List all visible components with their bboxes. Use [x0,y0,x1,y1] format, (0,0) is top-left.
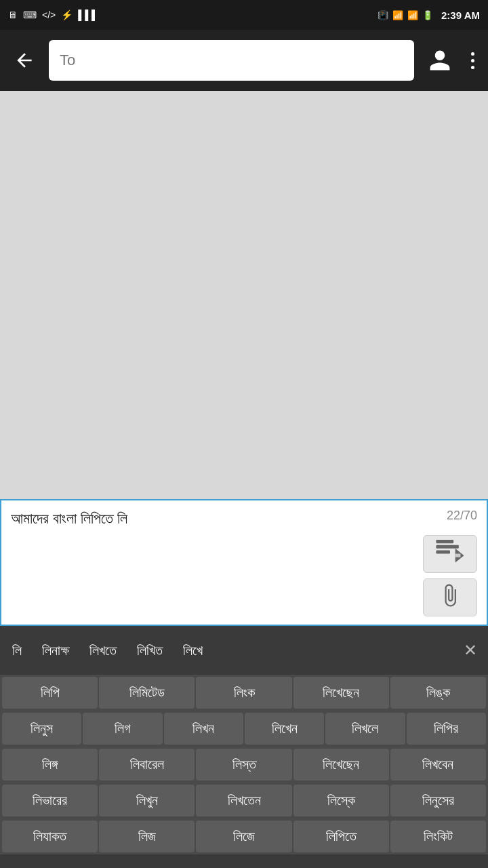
compose-top-row: আমাদের বাংলা লিপিতে লি 22/70 [11,509,477,530]
key-likhun[interactable]: লিখুন [99,785,195,816]
keyboard-row-1: লিপি লিমিটেড লিংক লিখেছেন লিঙ্ক [0,675,488,711]
back-button[interactable] [8,44,41,77]
dismiss-suggestions-button[interactable]: ✕ [455,635,485,665]
keyboard-row-3: লিঙ্গ লিবারেল লিস্ত লিখেছেন লিখবেন [0,747,488,783]
compose-buttons [11,535,477,616]
message-text[interactable]: আমাদের বাংলা লিপিতে লি [11,509,439,530]
key-lij[interactable]: লিজ [99,821,195,852]
char-count: 22/70 [447,509,477,523]
top-bar [0,30,488,91]
bottom-space [0,854,488,868]
status-bar: 🖥 ⌨ </> ⚡ ▌▌▌ 📳 📶 📶 🔋 2:39 AM [0,0,488,30]
suggestion-1[interactable]: লিনাক্ষ [33,637,79,664]
network-icon: 📶 [407,10,418,20]
key-likhaben[interactable]: লিখবেন [390,749,486,781]
key-lingk[interactable]: লিঙ্ক [390,677,486,709]
key-likhan[interactable]: লিখন [164,713,243,745]
compose-area: আমাদের বাংলা লিপিতে লি 22/70 [0,499,488,626]
more-options-button[interactable] [466,47,480,75]
svg-rect-2 [436,550,450,553]
screen-icon: 🖥 [8,9,18,20]
battery-icon: 🔋 [422,10,433,20]
suggestion-2[interactable]: লিখতে [80,637,126,664]
attach-button[interactable] [423,578,477,616]
key-lipite[interactable]: লিপিতে [293,821,389,852]
svg-rect-1 [436,545,458,548]
keyboard-area: লিপি লিমিটেড লিংক লিখেছেন লিঙ্ক লিনুস লি… [0,675,488,854]
status-time: 2:39 AM [441,9,480,21]
key-limited[interactable]: লিমিটেড [99,677,195,709]
key-link[interactable]: লিংক [196,677,291,709]
key-linkkit[interactable]: লিংকিট [390,821,486,852]
key-likhechhen[interactable]: লিখেছেন [293,677,389,709]
usb-icon: ⚡ [61,9,73,20]
suggestion-4[interactable]: লিখে [174,637,212,664]
keyboard-row-2: লিনুস লিগ লিখন লিখেন লিখলে লিপির [0,711,488,747]
key-likhaten[interactable]: লিখতেন [196,785,291,816]
key-lipi[interactable]: লিপি [2,677,98,709]
suggestion-3[interactable]: লিখিত [127,637,172,664]
suggestions-bar: লি লিনাক্ষ লিখতে লিখিত লিখে ✕ [0,626,488,675]
key-livarer[interactable]: লিভারের [2,785,98,816]
key-liberal[interactable]: লিবারেল [99,749,195,781]
svg-rect-4 [455,553,461,557]
key-list[interactable]: লিস্ত [196,749,291,781]
wifi-icon: 📶 [392,10,403,20]
send-button[interactable] [423,535,477,573]
keyboard-row-5: লিযাকত লিজ লিজে লিপিতে লিংকিট [0,818,488,854]
attach-icon [438,583,462,612]
key-likhen[interactable]: লিখেন [245,713,324,745]
main-content-area [0,91,488,499]
keyboard-row-4: লিভারের লিখুন লিখতেন লিস্কে লিনুসের [0,783,488,818]
key-linga[interactable]: লিঙ্গ [2,749,98,781]
keyboard-icon: ⌨ [23,9,37,20]
signal-vibrate-icon: 📳 [378,10,388,20]
key-likhechhen2[interactable]: লিখেছেন [293,749,389,781]
key-lije[interactable]: লিজে [196,821,291,852]
key-liyakat[interactable]: লিযাকত [2,821,98,852]
barcode-icon: ▌▌▌ [78,9,98,20]
key-lipir[interactable]: লিপির [407,713,486,745]
status-left-icons: 🖥 ⌨ </> ⚡ ▌▌▌ [8,9,98,20]
to-input-container[interactable] [49,40,414,81]
to-input[interactable] [60,52,403,69]
key-liske[interactable]: লিস্কে [293,785,389,816]
send-icon [435,540,465,569]
contact-icon-button[interactable] [422,43,458,78]
svg-rect-0 [436,540,453,543]
key-likhale[interactable]: লিখলে [325,713,405,745]
suggestion-0[interactable]: লি [3,637,31,664]
code-icon: </> [42,9,56,20]
key-lig[interactable]: লিগ [83,713,162,745]
key-linus[interactable]: লিনুস [2,713,81,745]
status-right-icons: 📳 📶 📶 🔋 2:39 AM [378,9,480,21]
key-linuser[interactable]: লিনুসের [390,785,486,816]
